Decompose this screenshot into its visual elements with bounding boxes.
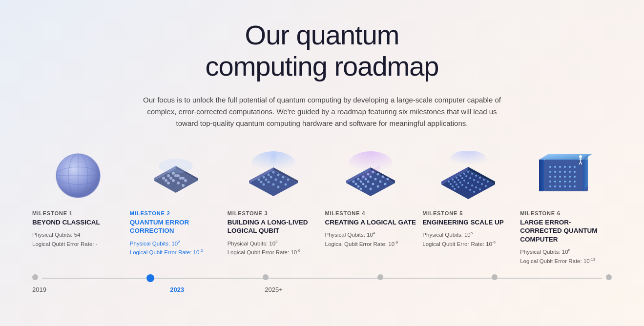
svg-point-143 bbox=[559, 185, 561, 187]
svg-point-38 bbox=[274, 178, 277, 181]
svg-point-136 bbox=[554, 181, 556, 183]
svg-point-137 bbox=[559, 181, 561, 183]
svg-point-86 bbox=[479, 177, 481, 179]
svg-point-41 bbox=[262, 183, 265, 185]
milestone-1-number: MILESTONE 1 bbox=[32, 210, 73, 216]
svg-point-106 bbox=[479, 188, 481, 190]
svg-point-21 bbox=[177, 182, 180, 184]
svg-point-138 bbox=[564, 181, 566, 183]
svg-point-89 bbox=[450, 183, 452, 185]
milestone-4-number: MILESTONE 4 bbox=[325, 210, 365, 216]
milestone-3: MILESTONE 3 BUILDING A LONG-LIVED LOGICA… bbox=[225, 149, 322, 257]
svg-point-133 bbox=[569, 176, 571, 178]
timeline-label-4 bbox=[322, 286, 418, 293]
svg-point-140 bbox=[574, 181, 576, 183]
svg-point-19 bbox=[167, 182, 170, 184]
svg-point-91 bbox=[457, 179, 459, 181]
svg-point-126 bbox=[564, 171, 566, 173]
milestone-1-detail: Physical Qubits: 54 Logical Qubit Error … bbox=[32, 230, 98, 248]
svg-point-131 bbox=[559, 176, 561, 178]
svg-point-99 bbox=[452, 185, 454, 187]
svg-point-31 bbox=[272, 171, 274, 173]
svg-point-64 bbox=[384, 183, 387, 185]
svg-point-29 bbox=[262, 176, 265, 178]
svg-point-124 bbox=[554, 171, 556, 173]
svg-point-39 bbox=[279, 181, 282, 183]
milestone-3-number: MILESTONE 3 bbox=[228, 210, 268, 216]
svg-point-34 bbox=[287, 178, 289, 181]
svg-point-112 bbox=[473, 191, 475, 193]
svg-point-147 bbox=[579, 155, 582, 158]
svg-point-58 bbox=[355, 183, 357, 185]
svg-point-93 bbox=[465, 175, 467, 177]
svg-point-120 bbox=[564, 166, 566, 168]
svg-point-92 bbox=[461, 177, 463, 179]
svg-point-65 bbox=[357, 185, 360, 187]
milestones-row: MILESTONE 1 BEYOND CLASSICAL Physical Qu… bbox=[29, 149, 615, 265]
milestone-6: MILESTONE 6 LARGE ERROR-CORRECTED QUANTU… bbox=[517, 149, 615, 265]
chip-medium-icon bbox=[242, 151, 305, 200]
milestone-2-image bbox=[130, 149, 222, 203]
page-subtitle: Our focus is to unlock the full potentia… bbox=[137, 94, 508, 129]
timeline-label-1: 2019 bbox=[32, 286, 129, 293]
svg-point-117 bbox=[549, 166, 551, 168]
svg-point-101 bbox=[459, 182, 461, 183]
svg-point-84 bbox=[471, 173, 473, 175]
sphere-icon bbox=[51, 151, 105, 200]
svg-point-67 bbox=[367, 180, 370, 183]
svg-point-22 bbox=[182, 184, 185, 187]
svg-point-96 bbox=[477, 181, 479, 183]
svg-point-80 bbox=[456, 177, 457, 179]
page-wrapper: Our quantum computing roadmap Our focus … bbox=[0, 0, 644, 308]
svg-point-50 bbox=[353, 180, 355, 183]
svg-point-95 bbox=[473, 179, 475, 181]
svg-point-94 bbox=[469, 177, 471, 179]
milestone-5-detail: Physical Qubits: 105 Logical Qubit Error… bbox=[422, 230, 496, 248]
milestone-4-detail: Physical Qubits: 104 Logical Qubit Error… bbox=[325, 230, 398, 248]
milestone-5: MILESTONE 5 ENGINEERING SCALE UP Physica… bbox=[419, 149, 517, 248]
svg-marker-115 bbox=[539, 160, 544, 191]
svg-point-104 bbox=[471, 184, 473, 186]
svg-marker-75 bbox=[441, 170, 495, 199]
timeline-dot-1 bbox=[32, 274, 38, 280]
timeline-labels: 2019 2023 2025+ bbox=[32, 286, 612, 293]
svg-marker-116 bbox=[583, 155, 588, 191]
svg-point-88 bbox=[487, 181, 489, 183]
chip-large-icon bbox=[436, 151, 500, 200]
svg-point-134 bbox=[574, 176, 576, 178]
svg-point-71 bbox=[365, 185, 367, 187]
milestone-1-title: BEYOND CLASSICAL bbox=[32, 218, 100, 227]
chip-medium2-icon bbox=[339, 151, 402, 200]
page-title: Our quantum computing roadmap bbox=[29, 20, 615, 82]
milestone-5-number: MILESTONE 5 bbox=[422, 210, 463, 216]
svg-point-129 bbox=[549, 176, 551, 178]
svg-point-20 bbox=[172, 179, 175, 182]
svg-point-15 bbox=[169, 177, 172, 180]
svg-point-55 bbox=[377, 173, 379, 175]
svg-point-85 bbox=[475, 175, 477, 177]
svg-point-87 bbox=[483, 179, 485, 181]
svg-point-107 bbox=[454, 188, 456, 190]
timeline-label-6 bbox=[515, 286, 612, 293]
svg-point-28 bbox=[257, 178, 260, 181]
svg-point-56 bbox=[382, 175, 384, 178]
milestone-1-image bbox=[32, 149, 124, 203]
milestone-5-title: ENGINEERING SCALE UP bbox=[422, 218, 504, 227]
svg-point-36 bbox=[265, 178, 267, 181]
timeline-section: 2019 2023 2025+ bbox=[29, 273, 615, 293]
svg-point-97 bbox=[481, 183, 483, 185]
svg-point-105 bbox=[475, 186, 477, 188]
svg-point-40 bbox=[284, 183, 287, 185]
svg-point-68 bbox=[372, 183, 374, 185]
svg-point-43 bbox=[272, 183, 274, 185]
svg-point-23 bbox=[159, 159, 193, 173]
milestone-3-image bbox=[228, 149, 319, 203]
svg-point-14 bbox=[165, 179, 167, 182]
svg-point-108 bbox=[457, 186, 459, 188]
milestone-1: MILESTONE 1 BEYOND CLASSICAL Physical Qu… bbox=[29, 149, 127, 248]
milestone-6-number: MILESTONE 6 bbox=[520, 210, 561, 216]
svg-point-127 bbox=[569, 171, 571, 173]
svg-point-123 bbox=[549, 171, 551, 173]
svg-marker-25 bbox=[249, 170, 298, 196]
svg-rect-45 bbox=[270, 154, 277, 171]
